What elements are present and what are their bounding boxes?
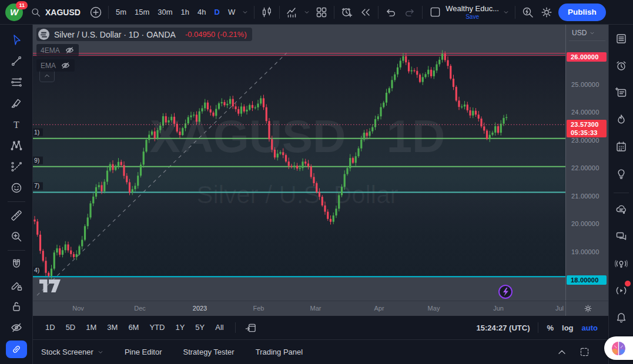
range-3M[interactable]: 3M xyxy=(102,320,123,335)
ruler-icon xyxy=(10,209,23,222)
ideas-button[interactable] xyxy=(611,163,632,184)
drawing-mode-lock-button[interactable] xyxy=(5,275,28,296)
undo-button[interactable] xyxy=(381,3,400,22)
redo-button[interactable] xyxy=(400,3,419,22)
fib-retracement-tool-button[interactable] xyxy=(5,72,28,93)
bar-replay-button[interactable] xyxy=(356,3,375,22)
create-alert-button[interactable] xyxy=(337,3,356,22)
chat-button[interactable] xyxy=(611,226,632,247)
xabcd-pattern-tool-button[interactable] xyxy=(5,135,28,156)
eye-off-icon[interactable] xyxy=(65,45,75,55)
indicators-button[interactable] xyxy=(283,3,302,22)
eye-off-icon[interactable] xyxy=(61,60,71,70)
interval-4h[interactable]: 4h xyxy=(193,3,210,22)
open-panel-button[interactable] xyxy=(554,345,570,360)
price-axis[interactable]: USD 26.00000 23.5730005:35:33 18.00000 2… xyxy=(565,25,608,301)
interval-D[interactable]: D xyxy=(210,3,224,22)
lightning-button[interactable] xyxy=(499,285,512,298)
hotlists-button[interactable] xyxy=(611,109,632,130)
redo-arrow-icon xyxy=(403,6,416,19)
interval-1h[interactable]: 1h xyxy=(177,3,193,22)
compare-add-symbol-button[interactable] xyxy=(86,3,105,22)
user-menu-button[interactable]: W 11 xyxy=(4,2,25,23)
notifications-button[interactable] xyxy=(611,307,632,328)
lock-open-icon xyxy=(10,300,23,313)
notes-button[interactable] xyxy=(611,82,632,103)
indicators-dropdown-button[interactable] xyxy=(302,3,312,22)
panel-controls xyxy=(554,345,600,360)
session-clock[interactable]: 15:24:27 (UTC) xyxy=(476,323,530,332)
range-1M[interactable]: 1M xyxy=(81,320,102,335)
calendar-button[interactable] xyxy=(611,136,632,157)
brush-tool-button[interactable] xyxy=(5,93,28,114)
range-5Y[interactable]: 5Y xyxy=(190,320,210,335)
percent-scale-button[interactable]: % xyxy=(547,323,554,332)
measure-tool-button[interactable] xyxy=(5,205,28,226)
layout-dropdown-button[interactable] xyxy=(500,3,512,22)
chat-bubbles-icon xyxy=(615,230,628,243)
time-tick-Dec: Dec xyxy=(134,305,146,312)
auto-scale-button[interactable]: auto xyxy=(582,323,598,332)
hide-all-drawings-button[interactable] xyxy=(5,317,28,338)
forecast-tool-button[interactable] xyxy=(5,156,28,177)
go-to-date-button[interactable] xyxy=(242,320,260,335)
emoji-tool-button[interactable] xyxy=(5,177,28,198)
interval-W[interactable]: W xyxy=(224,3,239,22)
sync-drawings-button[interactable] xyxy=(6,341,27,358)
range-6M[interactable]: 6M xyxy=(123,320,144,335)
minds-button[interactable] xyxy=(611,199,632,220)
tab-label: Strategy Tester xyxy=(183,348,234,356)
range-1Y[interactable]: 1Y xyxy=(170,320,190,335)
log-scale-button[interactable]: log xyxy=(562,323,574,332)
text-tool-button[interactable]: T xyxy=(5,114,28,135)
tab-strategy-tester[interactable]: Strategy Tester xyxy=(183,348,234,356)
magnet-mode-button[interactable] xyxy=(5,254,28,275)
tab-pine-editor[interactable]: Pine Editor xyxy=(125,348,162,356)
cursor-tool-button[interactable] xyxy=(5,29,28,50)
toolbar-separator xyxy=(279,6,280,19)
save-layout-button[interactable] xyxy=(426,3,444,22)
settings-button[interactable] xyxy=(537,3,556,22)
chart-style-button[interactable] xyxy=(257,3,276,22)
currency-selector[interactable]: USD xyxy=(572,29,595,37)
line-label: 4) xyxy=(34,267,39,274)
interval-5m[interactable]: 5m xyxy=(112,3,130,22)
undo-arrow-icon xyxy=(384,6,397,19)
tab-stock-screener[interactable]: Stock Screener xyxy=(41,348,103,356)
alerts-button[interactable] xyxy=(611,55,632,76)
time-tick-Feb: Feb xyxy=(253,305,264,312)
publish-button[interactable]: Publish xyxy=(558,4,606,21)
zoom-in-tool-button[interactable] xyxy=(5,226,28,247)
ai-assistant-button[interactable] xyxy=(604,336,633,360)
toolbar-separator xyxy=(515,6,515,19)
layout-grid-button[interactable] xyxy=(312,3,331,22)
range-YTD[interactable]: YTD xyxy=(144,320,170,335)
sidebar-separator xyxy=(614,193,629,193)
range-1D[interactable]: 1D xyxy=(40,320,61,335)
quick-search-button[interactable] xyxy=(518,3,537,22)
lock-all-drawings-button[interactable] xyxy=(5,296,28,317)
axis-settings-button[interactable] xyxy=(583,304,593,314)
trend-line-tool-button[interactable] xyxy=(5,50,28,72)
interval-dropdown-button[interactable] xyxy=(239,3,251,22)
range-5D[interactable]: 5D xyxy=(61,320,81,335)
tab-trading-panel[interactable]: Trading Panel xyxy=(256,348,303,356)
interval-15m[interactable]: 15m xyxy=(130,3,153,22)
price-tick: 19.00000 xyxy=(571,248,599,255)
layout-name-button[interactable]: Wealthy Educ... Save xyxy=(446,5,499,20)
legend-symbol-row[interactable]: Silver / U.S. Dollar · 1D · OANDA -0.049… xyxy=(36,28,252,41)
range-All[interactable]: All xyxy=(210,320,229,335)
maximize-panel-button[interactable] xyxy=(577,345,592,360)
streams-button[interactable] xyxy=(611,280,632,301)
watchlist-button[interactable] xyxy=(611,28,632,49)
live-ideas-button[interactable] xyxy=(611,253,632,274)
price-tick: 23.00000 xyxy=(571,137,599,144)
cursor-icon xyxy=(10,33,23,46)
indicator-row[interactable]: 4EMA xyxy=(36,44,79,56)
symbol-search-button[interactable]: XAGUSD xyxy=(25,7,86,18)
time-tick-Jul: Jul xyxy=(555,305,564,312)
indicator-row[interactable]: EMA xyxy=(36,59,75,72)
price-level-pill-26: 26.00000 xyxy=(567,52,607,62)
time-axis[interactable]: NovDec2023FebMarAprMayJunJul xyxy=(33,301,608,316)
interval-30m[interactable]: 30m xyxy=(153,3,176,22)
